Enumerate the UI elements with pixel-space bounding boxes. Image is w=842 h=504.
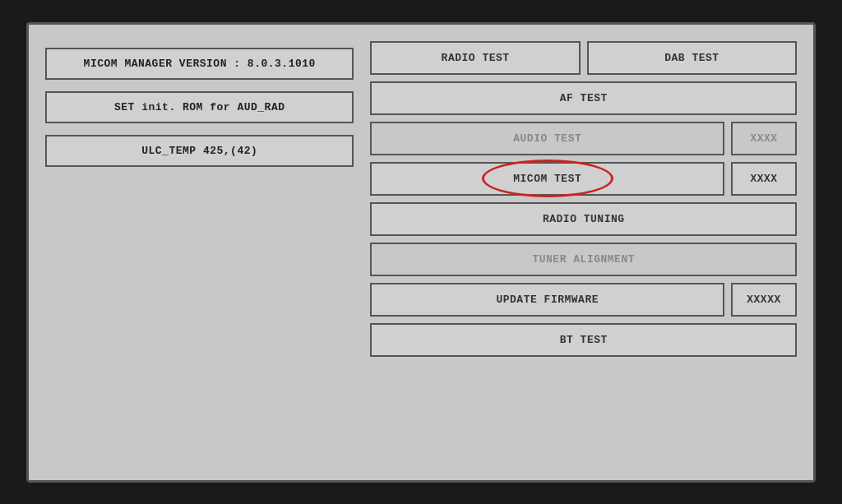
row-af-test: AF TEST [370,81,797,115]
ulc-temp-info: ULC_TEMP 425,(42) [45,135,354,167]
row-radio-dab: RADIO TEST DAB TEST [370,41,797,75]
audio-test-button[interactable]: AUDIO TEST [370,122,724,155]
micom-test-value[interactable]: XXXX [731,162,797,196]
right-panel: RADIO TEST DAB TEST AF TEST AUDIO TEST X… [370,41,797,464]
micom-test-button[interactable]: MICOM TEST [370,162,724,196]
row-audio-test: AUDIO TEST XXXX [370,122,797,155]
row-tuner-alignment: TUNER ALIGNMENT [370,243,797,276]
tuner-alignment-button[interactable]: TUNER ALIGNMENT [370,243,797,276]
init-rom-info: SET init. ROM for AUD_RAD [45,91,354,123]
bt-test-button[interactable]: BT TEST [370,323,797,357]
main-screen: MICOM MANAGER VERSION : 8.0.3.1010 SET i… [26,22,816,483]
dab-test-button[interactable]: DAB TEST [587,41,797,75]
row-update-firmware: UPDATE FIRMWARE XXXXX [370,283,797,317]
update-firmware-value[interactable]: XXXXX [731,283,797,317]
af-test-button[interactable]: AF TEST [370,81,797,115]
row-bt-test: BT TEST [370,323,797,357]
radio-tuning-button[interactable]: RADIO TUNING [370,202,797,236]
row-radio-tuning: RADIO TUNING [370,202,797,236]
audio-test-value[interactable]: XXXX [731,122,797,155]
row-micom-test: MICOM TEST XXXX [370,162,797,196]
update-firmware-button[interactable]: UPDATE FIRMWARE [370,283,724,317]
version-info: MICOM MANAGER VERSION : 8.0.3.1010 [45,48,354,80]
left-panel: MICOM MANAGER VERSION : 8.0.3.1010 SET i… [45,41,354,464]
micom-btn-wrapper: MICOM TEST [370,162,724,196]
radio-test-button[interactable]: RADIO TEST [370,41,580,75]
